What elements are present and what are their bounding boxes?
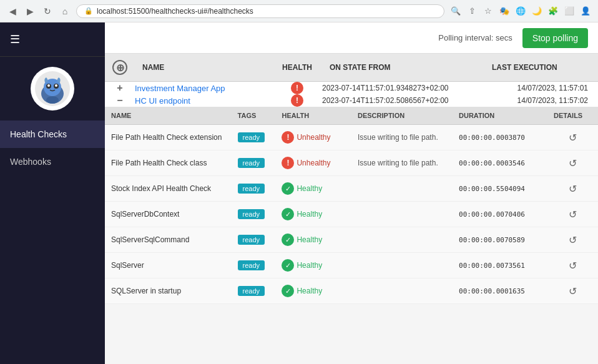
inner-health-cell: ! Unhealthy [275,125,351,150]
inner-health-cell: ✓ Healthy [275,227,351,253]
inner-tags-header: TAGS [232,107,276,125]
health-label: Unhealthy [297,159,330,167]
inner-table-row: File Path Health Check extension ready !… [105,125,598,150]
history-button[interactable]: ↺ [569,132,577,143]
forward-button[interactable]: ▶ [24,5,36,17]
health-error-icon: ! [282,157,294,169]
profile-icon[interactable]: 👤 [579,5,592,17]
inner-details-cell: ↺ [547,227,598,253]
table-row: − HC UI endpoint ! 2023-07-14T11:57:02.5… [105,94,598,107]
zoom-icon[interactable]: 🔍 [449,5,462,17]
inner-health-cell: ✓ Healthy [275,253,351,278]
health-status: ✓ Healthy [282,259,345,272]
hamburger-button[interactable]: ☰ [10,32,20,46]
last-execution-cell: 14/07/2023, 11:57:02 [484,94,598,107]
stop-polling-button[interactable]: Stop polling [522,28,588,48]
inner-table-row: NAME TAGS HEALTH DESCRIPTION DURATION DE… [105,107,598,304]
health-error-icon: ! [291,94,303,107]
inner-duration-cell: 00:00:00.0003546 [453,150,547,176]
service-name-link[interactable]: Investment Manager App [135,84,225,93]
name-column-header: NAME [135,54,272,82]
history-button[interactable]: ↺ [569,158,577,169]
sidebar-item-health-checks[interactable]: Health Checks [0,121,105,148]
bookmark-icon[interactable]: ☆ [482,5,494,17]
inner-duration-cell: 00:00:00.0003870 [453,125,547,150]
service-name-cell: Investment Manager App [135,82,272,95]
inner-duration-header: DURATION [453,107,547,125]
health-label: Unhealthy [297,133,330,142]
inner-name-cell: SQLServer in startup [105,278,232,304]
inner-description-cell [351,253,453,278]
inner-description-cell [351,278,453,304]
svg-point-7 [46,96,59,104]
tag-ready: ready [238,260,265,270]
health-cell: ! [272,94,322,107]
inner-description-cell [351,176,453,202]
inner-description-header: DESCRIPTION [351,107,453,125]
inner-name-cell: SqlServer [105,253,232,278]
on-state-from-column-header: ON STATE FROM [322,54,484,82]
home-button[interactable]: ⌂ [59,5,71,17]
history-button[interactable]: ↺ [569,260,577,271]
expand-button[interactable]: + [115,82,125,94]
inner-health-cell: ! Unhealthy [275,150,351,176]
health-status: ! Unhealthy [282,131,345,144]
back-button[interactable]: ◀ [6,5,19,17]
inner-duration-cell: 00:00:00.0001635 [453,278,547,304]
inner-duration-cell: 00:00:00.5504094 [453,176,547,202]
history-button[interactable]: ↺ [569,184,577,194]
polling-interval-text: Polling interval: secs [438,33,512,42]
history-button[interactable]: ↺ [569,209,577,220]
browser-toolbar: 🔍 ⇧ ☆ 🎭 🌐 🌙 🧩 ⬜ 👤 [449,5,592,17]
refresh-button[interactable]: ↻ [41,5,54,17]
add-health-check-button[interactable]: ⊕ [112,60,127,75]
inner-duration-cell: 00:00:00.0070589 [453,227,547,253]
logo-svg [34,70,71,107]
inner-health-cell: ✓ Healthy [275,176,351,202]
url-bar[interactable]: 🔒 localhost:51500/healthchecks-ui#/healt… [76,4,444,18]
sidebar-nav: Health Checks Webhooks [0,121,105,175]
last-execution-cell: 14/07/2023, 11:57:01 [484,82,598,95]
inner-name-cell: File Path Health Check extension [105,125,232,150]
extension2-icon[interactable]: 🌐 [514,5,527,17]
last-execution-column-header: LAST EXECUTION [484,54,598,82]
inner-description-cell: Issue writing to file path. [351,150,453,176]
service-name-cell: HC UI endpoint [135,94,272,107]
inner-tags-cell: ready [232,253,276,278]
share-icon[interactable]: ⇧ [466,5,478,17]
logo-container [0,57,105,121]
service-name-link[interactable]: HC UI endpoint [135,96,190,106]
inner-details-cell: ↺ [547,278,598,304]
health-status: ✓ Healthy [282,234,345,246]
sidebar-item-webhooks[interactable]: Webhooks [0,148,105,175]
tag-ready: ready [238,184,265,194]
inner-table-row: File Path Health Check class ready ! Unh… [105,150,598,176]
health-ok-icon: ✓ [282,259,294,272]
inner-description-cell [351,227,453,253]
health-label: Healthy [297,261,322,270]
health-label: Healthy [297,235,322,244]
sidebar-header: ☰ [0,22,105,57]
health-label: Healthy [297,287,322,295]
window-icon[interactable]: ⬜ [563,5,576,17]
extension1-icon[interactable]: 🎭 [498,5,511,17]
logo [31,67,74,111]
inner-table-row: SqlServerDbContext ready ✓ Healthy 00:00… [105,202,598,227]
collapse-button[interactable]: − [115,95,125,106]
history-button[interactable]: ↺ [569,235,577,245]
tag-ready: ready [238,235,265,245]
inner-table-row: SqlServer ready ✓ Healthy 00:00:00.00735… [105,253,598,278]
on-state-from-cell: 2023-07-14T11:57:01.9348273+02:00 [322,82,484,95]
svg-point-6 [55,84,57,87]
inner-details-header: DETAILS [547,107,598,125]
tag-ready: ready [238,158,265,168]
extension4-icon[interactable]: 🧩 [547,5,559,17]
inner-health-cell: ✓ Healthy [275,278,351,304]
inner-description-cell: Issue writing to file path. [351,125,453,150]
extension3-icon[interactable]: 🌙 [531,5,543,17]
health-ok-icon: ✓ [282,285,294,297]
history-button[interactable]: ↺ [569,286,577,297]
health-label: Healthy [297,184,322,193]
main-content: ⊕ NAME HEALTH ON STATE FROM LAST EXECUTI… [105,54,598,364]
expand-cell: − [105,94,135,107]
